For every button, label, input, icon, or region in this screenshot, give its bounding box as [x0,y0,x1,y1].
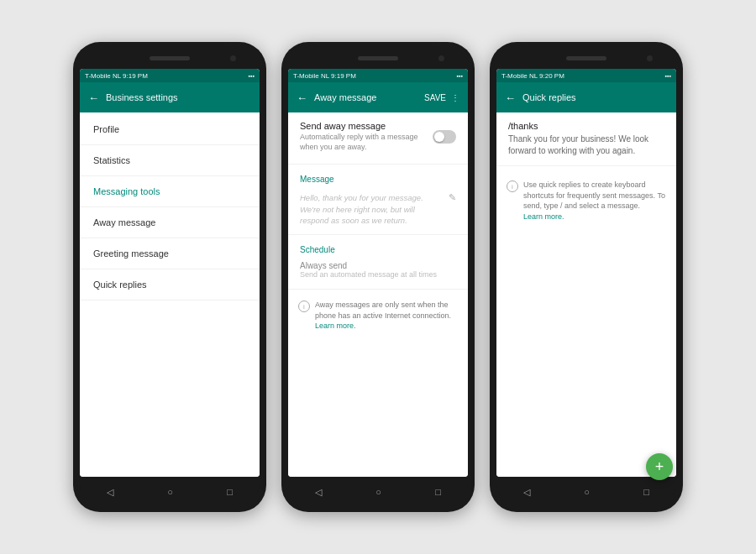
info-row-2: i Away messages are only sent when the p… [288,293,468,338]
send-away-toggle[interactable] [433,130,456,144]
info-body-3: Use quick replies to create keyboard sho… [523,180,665,210]
quick-reply-text-0: Thank you for your business! We look for… [508,133,664,157]
schedule-option-row[interactable]: Always send Send an automated message at… [288,258,468,285]
nav-recent-1[interactable]: □ [227,487,233,497]
phone-3: T-Mobile NL 9:20 PM ▪▪▪ ← Quick replies … [490,42,683,512]
bottom-bar-1: ◁ ○ □ [80,480,260,504]
battery-icon-2: ▪▪▪ [457,73,463,79]
app-bar-title-1: Business settings [106,92,251,102]
send-away-sub: Automatically reply with a message when … [300,133,433,152]
status-bar-1: T-Mobile NL 9:19 PM ▪▪▪ [80,69,260,82]
screen-content-3: /thanks Thank you for your business! We … [496,112,676,477]
menu-item-messaging-tools[interactable]: Messaging tools [80,176,260,207]
nav-home-1[interactable]: ○ [167,487,173,497]
phone-top-bar-3 [496,50,676,65]
message-preview-row: Hello, thank you for your message. We're… [288,187,468,231]
speaker-3 [566,56,606,60]
learn-more-2[interactable]: Learn more. [315,321,356,330]
info-text-2: Away messages are only sent when the pho… [315,300,458,332]
menu-item-greeting-message[interactable]: Greeting message [80,238,260,269]
menu-item-away-message[interactable]: Away message [80,207,260,238]
speaker-1 [150,56,190,60]
menu-item-statistics[interactable]: Statistics [80,145,260,176]
menu-list-1: Profile Statistics Messaging tools Away … [80,114,260,301]
more-button-2[interactable]: ⋮ [451,93,459,102]
camera-3 [647,55,653,61]
status-icons-2: ▪▪▪ [457,73,463,79]
menu-item-profile[interactable]: Profile [80,114,260,145]
camera-2 [438,55,444,61]
quick-reply-item-0[interactable]: /thanks Thank you for your business! We … [496,112,676,166]
bottom-bar-3: ◁ ○ □ [496,480,676,504]
screen-content-2: Send away message Automatically reply wi… [288,112,468,477]
nav-recent-3[interactable]: □ [643,487,649,497]
screen-2: T-Mobile NL 9:19 PM ▪▪▪ ← Away message S… [288,69,468,477]
back-button-2[interactable]: ← [297,91,307,104]
info-text-3: Use quick replies to create keyboard sho… [523,180,666,222]
divider-3 [288,289,468,290]
screen-3: T-Mobile NL 9:20 PM ▪▪▪ ← Quick replies … [496,69,676,477]
phone-1: T-Mobile NL 9:19 PM ▪▪▪ ← Business setti… [73,42,266,512]
info-icon-2: i [298,301,310,312]
save-button-2[interactable]: SAVE [424,93,446,102]
nav-home-2[interactable]: ○ [375,487,381,497]
send-away-title-block: Send away message Automatically reply wi… [300,121,433,152]
schedule-desc: Send an automated message at all times [300,270,456,279]
screen-1: T-Mobile NL 9:19 PM ▪▪▪ ← Business setti… [80,69,260,477]
battery-icon-1: ▪▪▪ [249,73,255,79]
camera-1 [230,55,236,61]
message-preview-text: Hello, thank you for your message. We're… [300,192,444,226]
carrier-3: T-Mobile NL 9:20 PM [501,72,564,80]
add-quick-reply-fab[interactable]: + [646,453,673,480]
status-icons-1: ▪▪▪ [249,73,255,79]
nav-back-3[interactable]: ◁ [523,487,530,498]
message-label: Message [288,168,468,187]
nav-home-3[interactable]: ○ [584,487,590,497]
battery-icon-3: ▪▪▪ [665,73,671,79]
status-bar-2: T-Mobile NL 9:19 PM ▪▪▪ [288,69,468,82]
menu-item-quick-replies[interactable]: Quick replies [80,269,260,301]
nav-back-1[interactable]: ◁ [107,487,113,498]
nav-recent-2[interactable]: □ [435,487,441,497]
quick-reply-shortcut-0: /thanks [508,121,664,131]
app-bar-1: ← Business settings [80,82,260,112]
bottom-bar-2: ◁ ○ □ [288,480,468,504]
info-row-3: i Use quick replies to create keyboard s… [496,173,676,228]
learn-more-3[interactable]: Learn more. [523,212,564,221]
app-bar-title-3: Quick replies [522,92,668,102]
app-bar-actions-2: SAVE ⋮ [424,93,459,102]
schedule-label: Schedule [288,238,468,258]
phone-2: T-Mobile NL 9:19 PM ▪▪▪ ← Away message S… [281,42,475,512]
schedule-value: Always send [300,261,456,270]
status-bar-3: T-Mobile NL 9:20 PM ▪▪▪ [496,69,676,82]
status-icons-3: ▪▪▪ [665,73,671,79]
divider-1 [288,164,468,165]
info-icon-3: i [507,180,518,192]
nav-back-2[interactable]: ◁ [315,487,322,498]
app-bar-3: ← Quick replies [496,82,676,112]
edit-icon[interactable]: ✎ [449,192,456,203]
screen-content-1: Profile Statistics Messaging tools Away … [80,112,260,477]
phone-top-bar-2 [288,50,468,65]
speaker-2 [358,56,398,60]
send-away-row: Send away message Automatically reply wi… [288,112,468,160]
back-button-3[interactable]: ← [505,91,516,104]
divider-2 [288,234,468,235]
carrier-1: T-Mobile NL 9:19 PM [85,72,148,80]
info-body-2: Away messages are only sent when the pho… [315,301,451,320]
app-bar-2: ← Away message SAVE ⋮ [288,82,468,112]
send-away-title: Send away message [300,121,433,131]
app-bar-title-2: Away message [314,92,417,102]
phone-top-bar-1 [80,50,260,65]
carrier-2: T-Mobile NL 9:19 PM [293,72,356,80]
back-button-1[interactable]: ← [88,91,99,104]
